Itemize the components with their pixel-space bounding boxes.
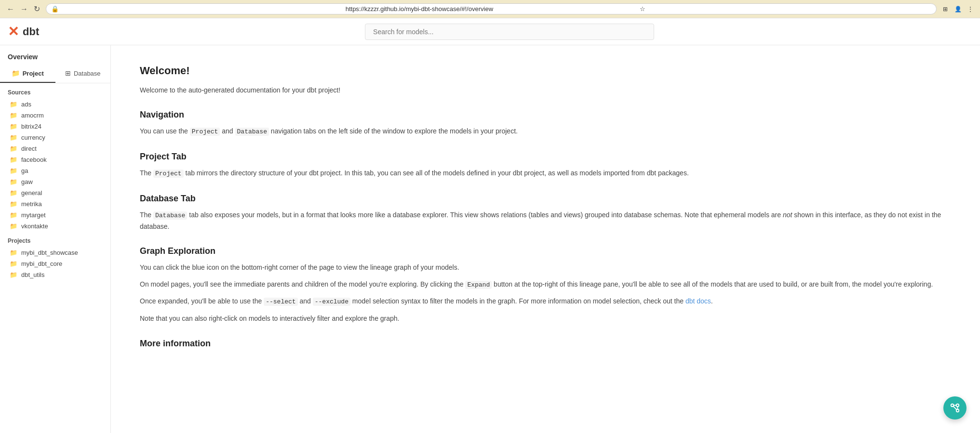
folder-icon-direct: 📁	[10, 145, 17, 152]
project-tab-paragraph: The Project tab mirrors the directory st…	[140, 168, 951, 179]
graph-text3-before: Once expanded, you'll be able to use the	[140, 297, 264, 305]
browser-toolbar-icons: ⊞ 👤 ⋮	[940, 4, 975, 14]
forward-button[interactable]: →	[18, 4, 30, 14]
sidebar-item-general[interactable]: 📁 general	[0, 187, 110, 198]
sidebar-item-ga-label: ga	[21, 167, 28, 174]
sidebar-item-dbt-utils[interactable]: 📁 dbt_utils	[0, 269, 110, 280]
folder-icon-ga: 📁	[10, 167, 17, 174]
tab-project[interactable]: 📁 Project	[0, 65, 55, 83]
reload-button[interactable]: ↻	[32, 3, 42, 14]
sidebar-item-direct[interactable]: 📁 direct	[0, 143, 110, 154]
main-content: Welcome! Welcome to the auto-generated d…	[111, 45, 980, 433]
extensions-icon[interactable]: ⊞	[940, 4, 950, 14]
graph-heading: Graph Exploration	[140, 246, 951, 256]
tab-database[interactable]: ⊞ Database	[55, 65, 111, 83]
sidebar: Overview 📁 Project ⊞ Database Sources 📁 …	[0, 45, 111, 433]
sidebar-item-mybi-dbt-showcase[interactable]: 📁 mybi_dbt_showcase	[0, 247, 110, 258]
welcome-heading: Welcome!	[140, 65, 951, 77]
graph-text1: You can click the blue icon on the botto…	[140, 262, 951, 273]
project-tab-heading: Project Tab	[140, 152, 951, 162]
logo: ✕ dbt	[8, 24, 39, 39]
folder-icon-bitrix24: 📁	[10, 123, 17, 130]
more-info-heading: More information	[140, 339, 951, 349]
graph-text2: On model pages, you'll see the immediate…	[140, 279, 951, 290]
lineage-fab-icon	[950, 403, 960, 413]
graph-text3-end: .	[711, 297, 713, 305]
lineage-fab[interactable]	[943, 396, 967, 420]
sidebar-item-gaw[interactable]: 📁 gaw	[0, 176, 110, 187]
url-text: https://kzzzr.github.io/mybi-dbt-showcas…	[346, 5, 637, 13]
sidebar-item-mytarget-label: mytarget	[21, 211, 46, 219]
welcome-text: Welcome to the auto-generated documentat…	[140, 85, 951, 95]
sidebar-item-vkontakte-label: vkontakte	[21, 223, 48, 230]
folder-icon-amocrm: 📁	[10, 112, 17, 119]
address-bar[interactable]: 🔒 https://kzzzr.github.io/mybi-dbt-showc…	[46, 3, 937, 14]
folder-icon-mytarget: 📁	[10, 211, 17, 219]
sidebar-item-ga[interactable]: 📁 ga	[0, 165, 110, 176]
svg-line-5	[953, 406, 956, 409]
sidebar-overview[interactable]: Overview	[0, 45, 110, 65]
sidebar-item-ads[interactable]: 📁 ads	[0, 99, 110, 110]
profile-icon[interactable]: 👤	[953, 4, 963, 14]
graph-text3: Once expanded, you'll be able to use the…	[140, 296, 951, 307]
folder-icon-facebook: 📁	[10, 156, 17, 163]
project-tab-text-before: The	[140, 169, 153, 177]
folder-icon-mybi-core: 📁	[10, 260, 17, 267]
sidebar-item-general-label: general	[21, 189, 42, 197]
project-tab-text-after: tab mirrors the directory structure of y…	[184, 169, 689, 177]
database-tab-text-after: tab also exposes your models, but in a f…	[187, 211, 783, 219]
project-tab-code: Project	[153, 170, 184, 178]
sidebar-item-facebook[interactable]: 📁 facebook	[0, 154, 110, 165]
graph-text3-after: model selection syntax to filter the mod…	[350, 297, 685, 305]
database-tab-paragraph: The Database tab also exposes your model…	[140, 210, 951, 232]
sidebar-item-mytarget[interactable]: 📁 mytarget	[0, 210, 110, 221]
navigation-text-mid: and	[220, 127, 235, 135]
navigation-project-code: Project	[190, 128, 220, 136]
folder-icon-vkontakte: 📁	[10, 223, 17, 230]
database-tab-icon: ⊞	[65, 69, 71, 77]
security-icon: 🔒	[51, 5, 343, 13]
graph-exclude-code: --exclude	[313, 298, 350, 306]
database-tab-italic: not	[783, 211, 792, 219]
sidebar-item-direct-label: direct	[21, 145, 37, 152]
database-tab-heading: Database Tab	[140, 194, 951, 204]
navigation-heading: Navigation	[140, 110, 951, 120]
sidebar-item-gaw-label: gaw	[21, 178, 33, 185]
sidebar-item-bitrix24[interactable]: 📁 bitrix24	[0, 121, 110, 132]
sidebar-item-amocrm-label: amocrm	[21, 112, 44, 119]
sidebar-item-mybi-showcase-label: mybi_dbt_showcase	[21, 249, 78, 256]
graph-text3-mid: and	[298, 297, 313, 305]
sidebar-item-bitrix24-label: bitrix24	[21, 123, 41, 130]
back-button[interactable]: ←	[5, 4, 16, 14]
graph-expand-code: Expand	[465, 281, 492, 289]
navigation-text-after: navigation tabs on the left side of the …	[269, 127, 518, 135]
browser-chrome: ← → ↻ 🔒 https://kzzzr.github.io/mybi-dbt…	[0, 0, 980, 18]
sidebar-item-metrika[interactable]: 📁 metrika	[0, 198, 110, 210]
sidebar-item-currency[interactable]: 📁 currency	[0, 132, 110, 143]
logo-icon: ✕	[8, 24, 19, 39]
search-bar[interactable]	[365, 24, 654, 40]
sidebar-item-ads-label: ads	[21, 101, 31, 108]
menu-icon[interactable]: ⋮	[966, 4, 975, 14]
folder-icon-gaw: 📁	[10, 178, 17, 185]
tab-bar: 📁 Project ⊞ Database	[0, 65, 110, 83]
search-input[interactable]	[365, 24, 654, 40]
navigation-database-code: Database	[235, 128, 269, 136]
navigation-text-before: You can use the	[140, 127, 190, 135]
folder-icon-ads: 📁	[10, 101, 17, 108]
dbt-docs-link[interactable]: dbt docs	[685, 297, 711, 305]
sidebar-item-vkontakte[interactable]: 📁 vkontakte	[0, 221, 110, 232]
tab-database-label: Database	[74, 70, 101, 77]
folder-icon-mybi-showcase: 📁	[10, 249, 17, 256]
sidebar-item-mybi-dbt-core[interactable]: 📁 mybi_dbt_core	[0, 258, 110, 269]
app-container: Overview 📁 Project ⊞ Database Sources 📁 …	[0, 45, 980, 433]
sidebar-item-currency-label: currency	[21, 134, 45, 141]
folder-icon-currency: 📁	[10, 134, 17, 141]
sidebar-item-amocrm[interactable]: 📁 amocrm	[0, 110, 110, 121]
projects-section-title: Projects	[0, 232, 110, 247]
graph-text2-before: On model pages, you'll see the immediate…	[140, 280, 465, 288]
sidebar-item-metrika-label: metrika	[21, 200, 42, 208]
logo-text: dbt	[23, 26, 39, 38]
graph-text4: Note that you can also right-click on mo…	[140, 313, 951, 324]
sources-section-title: Sources	[0, 83, 110, 99]
